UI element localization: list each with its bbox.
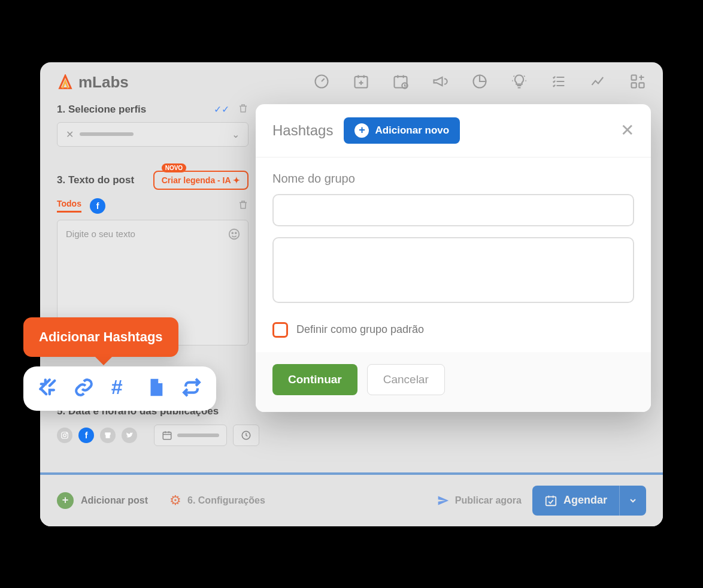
svg-rect-16	[546, 496, 556, 505]
apps-icon[interactable]	[629, 73, 646, 92]
tab-todos[interactable]: Todos	[57, 199, 81, 213]
file-icon[interactable]	[146, 377, 166, 400]
app-window: mLabs 1. Selecione perfis ✓✓ ✕ ⌄	[40, 62, 663, 526]
logo[interactable]: mLabs	[57, 73, 129, 92]
gear-icon: ⚙	[169, 493, 181, 508]
svg-point-8	[232, 232, 233, 234]
modal-footer: Continuar Cancelar	[256, 352, 651, 412]
criar-legenda-button[interactable]: NOVO Criar legenda - IA ✦	[153, 171, 249, 190]
topnav	[163, 73, 646, 92]
hashtags-modal: Hashtags + Adicionar novo ✕ Nome do grup…	[256, 104, 651, 412]
footer: + Adicionar post ⚙ 6. Configurações Publ…	[40, 475, 663, 526]
trash-icon-2[interactable]	[238, 199, 249, 213]
svg-point-12	[63, 434, 66, 437]
modal-header: Hashtags + Adicionar novo ✕	[256, 104, 651, 157]
textarea-placeholder: Digite o seu texto	[66, 229, 135, 239]
agendar-dropdown[interactable]	[619, 486, 646, 516]
analytics-icon[interactable]	[590, 73, 607, 92]
svg-text:#: #	[111, 377, 123, 398]
trash-icon[interactable]	[238, 103, 249, 116]
profile-select[interactable]: ✕ ⌄	[57, 122, 249, 147]
text-tabs: Todos f	[57, 198, 249, 214]
clock-icon	[241, 430, 251, 441]
instagram-icon[interactable]	[57, 428, 72, 443]
section1-title: 1. Selecione perfis	[57, 104, 146, 116]
modal-body: Nome do grupo Definir como grupo padrão	[256, 157, 651, 352]
calendar-clock-icon[interactable]	[392, 73, 409, 92]
add-post-button[interactable]: + Adicionar post	[57, 492, 148, 509]
plus-circle-icon: +	[354, 123, 369, 138]
add-new-button[interactable]: + Adicionar novo	[344, 117, 460, 144]
calendar-icon	[162, 430, 172, 441]
svg-point-9	[235, 232, 237, 234]
tooltip-adicionar-hashtags: Adicionar Hashtags	[23, 317, 178, 357]
sparkle-icon: ✦	[233, 175, 240, 185]
hashtag-icon[interactable]: #	[110, 377, 130, 400]
select-all-icon[interactable]: ✓✓	[214, 104, 229, 115]
svg-rect-6	[632, 83, 637, 87]
section3-title: 3. Texto do post	[57, 174, 134, 186]
gauge-icon[interactable]	[313, 73, 330, 92]
bulb-icon[interactable]	[511, 73, 528, 92]
editor-toolbar: #	[23, 366, 216, 411]
clear-icon[interactable]: ✕	[66, 129, 74, 140]
tab-facebook[interactable]: f	[90, 198, 105, 214]
chevron-down-icon	[628, 496, 638, 505]
logo-icon	[57, 74, 74, 91]
section1-header: 1. Selecione perfis ✓✓	[57, 103, 249, 116]
close-icon[interactable]: ✕	[620, 120, 634, 140]
twitter-icon[interactable]	[122, 428, 137, 443]
svg-rect-4	[632, 75, 637, 80]
plus-icon: +	[57, 492, 74, 509]
emoji-icon[interactable]	[228, 228, 241, 243]
calendar-plus-icon[interactable]	[353, 73, 369, 92]
svg-point-7	[229, 229, 240, 239]
svg-point-13	[66, 432, 67, 433]
default-group-checkbox-row[interactable]: Definir como grupo padrão	[272, 322, 634, 338]
continue-button[interactable]: Continuar	[272, 364, 357, 395]
calendar-check-icon	[544, 494, 557, 507]
megaphone-icon[interactable]	[432, 73, 449, 92]
chevron-down-icon[interactable]: ⌄	[232, 129, 240, 140]
social-row: f	[57, 425, 646, 446]
config-link[interactable]: ⚙ 6. Configurações	[169, 493, 265, 508]
checklist-icon[interactable]	[550, 73, 567, 92]
checkbox[interactable]	[272, 322, 288, 338]
link-icon[interactable]	[74, 377, 94, 400]
hashtags-textarea[interactable]	[272, 237, 634, 303]
group-name-label: Nome do grupo	[272, 172, 634, 186]
cancel-button[interactable]: Cancelar	[367, 364, 445, 395]
svg-rect-5	[639, 83, 644, 87]
group-name-input[interactable]	[272, 194, 634, 226]
date-picker[interactable]	[154, 425, 227, 446]
pie-icon[interactable]	[471, 73, 488, 92]
logo-text: mLabs	[78, 73, 129, 92]
time-picker[interactable]	[233, 425, 259, 446]
shrink-icon[interactable]	[38, 377, 58, 400]
topbar: mLabs	[40, 62, 663, 103]
facebook-icon[interactable]: f	[78, 428, 94, 443]
svg-rect-14	[163, 432, 171, 439]
divider	[40, 472, 663, 475]
publish-now-button[interactable]: Publicar agora	[437, 495, 522, 507]
modal-title: Hashtags	[272, 122, 333, 139]
novo-badge: NOVO	[162, 163, 186, 172]
repost-icon[interactable]	[181, 377, 202, 400]
send-icon	[437, 495, 449, 507]
placeholder-bar	[80, 132, 134, 136]
agendar-button[interactable]: Agendar	[532, 486, 646, 516]
gmb-icon[interactable]	[100, 428, 116, 443]
checkbox-label: Definir como grupo padrão	[296, 323, 424, 336]
